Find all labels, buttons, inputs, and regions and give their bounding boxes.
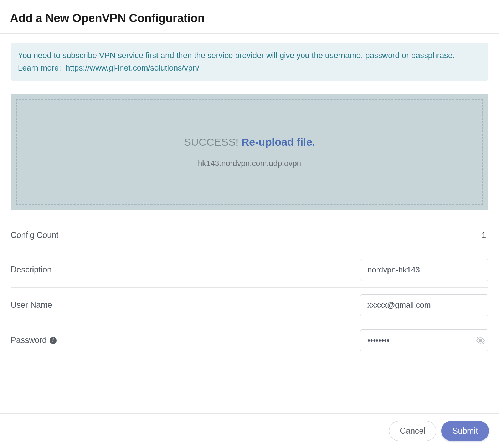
info-icon[interactable]: i [50,337,57,344]
username-input[interactable] [360,294,488,316]
openvpn-config-modal: Add a New OpenVPN Configuration You need… [0,0,499,448]
notice-text: You need to subscribe VPN service first … [18,51,455,60]
config-count-row: Config Count 1 [11,218,488,252]
upload-success-label: SUCCESS! [184,136,238,148]
config-count-label: Config Count [11,230,58,240]
notice-learn-more-link[interactable]: https://www.gl-inet.com/solutions/vpn/ [66,63,199,72]
password-input-group [360,329,488,351]
upload-dropzone[interactable]: SUCCESS! Re-upload file. hk143.nordvpn.c… [11,94,488,210]
reupload-link[interactable]: Re-upload file. [242,136,315,148]
upload-dropzone-inner: SUCCESS! Re-upload file. hk143.nordvpn.c… [16,99,483,205]
modal-body[interactable]: You need to subscribe VPN service first … [0,34,499,413]
password-label-text: Password [11,335,47,345]
config-count-value: 1 [482,230,488,240]
submit-button[interactable]: Submit [441,421,489,441]
username-row: User Name [11,288,488,323]
upload-status: SUCCESS! Re-upload file. [184,136,315,148]
modal-title: Add a New OpenVPN Configuration [10,11,489,25]
notice-learn-more-label: Learn more: [18,63,61,72]
eye-off-icon [476,336,485,345]
info-notice: You need to subscribe VPN service first … [11,43,488,81]
description-row: Description [11,252,488,288]
password-input[interactable] [360,329,473,351]
uploaded-filename: hk143.nordvpn.com.udp.ovpn [198,159,301,168]
password-row: Password i [11,323,488,358]
modal-header: Add a New OpenVPN Configuration [0,0,499,34]
description-label: Description [11,265,52,275]
toggle-password-visibility-button[interactable] [473,329,488,351]
username-label: User Name [11,300,52,310]
cancel-button[interactable]: Cancel [389,421,437,441]
password-label: Password i [11,335,57,345]
description-input[interactable] [360,259,488,281]
modal-footer: Cancel Submit [0,413,499,448]
